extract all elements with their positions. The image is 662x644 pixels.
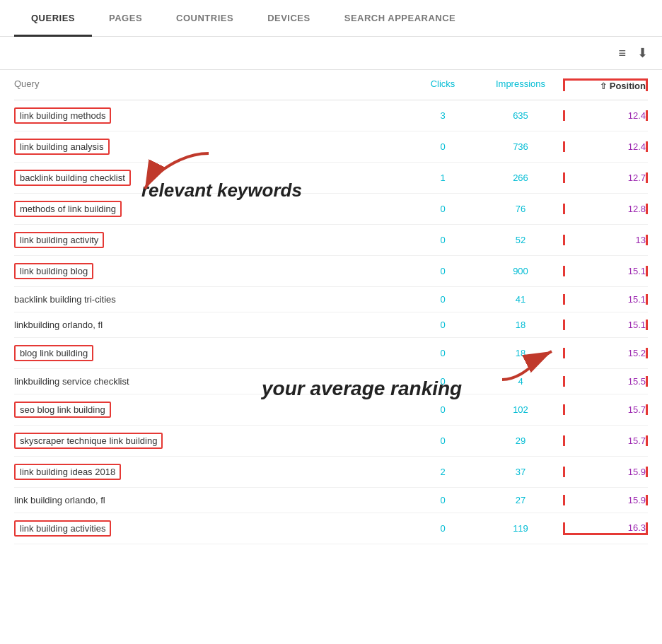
- col-position: 12.4: [563, 141, 648, 152]
- query-boxed: link building activity: [14, 232, 104, 248]
- col-impressions: 18: [478, 320, 563, 330]
- query-boxed: backlink building checklist: [14, 170, 131, 186]
- table-row: skyscraper technique link building 0 29 …: [14, 426, 648, 457]
- col-query: link building orlando, fl: [14, 495, 407, 505]
- col-impressions: 29: [478, 435, 563, 446]
- table-row: backlink building tri-cities 0 41 15.1: [14, 287, 648, 312]
- col-position: 16.3: [563, 522, 648, 535]
- query-boxed: methods of link building: [14, 201, 122, 217]
- table-row: seo blog link building 0 102 15.7: [14, 394, 648, 426]
- header-query: Query: [14, 78, 407, 91]
- query-boxed: link building methods: [14, 107, 111, 124]
- col-clicks: 0: [407, 294, 478, 305]
- col-impressions: 119: [478, 523, 563, 534]
- table-row: link building methods 3 635 12.4: [14, 100, 648, 131]
- table-row: link building orlando, fl 0 27 15.9: [14, 488, 648, 513]
- col-query: linkbuilding orlando, fl: [14, 320, 407, 330]
- tab-countries[interactable]: COUNTRIES: [159, 0, 250, 36]
- col-query: seo blog link building: [14, 402, 407, 418]
- col-impressions: 4: [478, 376, 563, 387]
- tabs-bar: QUERIESPAGESCOUNTRIESDEVICESSEARCH APPEA…: [0, 0, 662, 37]
- col-query: backlink building tri-cities: [14, 294, 407, 305]
- table-body: link building methods 3 635 12.4 link bu…: [14, 100, 648, 544]
- download-icon[interactable]: ⬇: [637, 45, 648, 61]
- col-impressions: 635: [478, 110, 563, 121]
- col-impressions: 266: [478, 172, 563, 183]
- col-query: link building methods: [14, 107, 407, 124]
- col-position: 15.7: [563, 404, 648, 415]
- col-impressions: 102: [478, 404, 563, 415]
- query-boxed: link building blog: [14, 263, 93, 279]
- col-position: 12.7: [563, 172, 648, 183]
- query-boxed: link building activities: [14, 520, 111, 537]
- col-query: linkbuilding service checklist: [14, 376, 407, 387]
- table-row: link building analysis 0 736 12.4: [14, 131, 648, 163]
- col-impressions: 18: [478, 348, 563, 358]
- col-impressions: 736: [478, 141, 563, 152]
- filter-icon[interactable]: ≡: [618, 46, 626, 61]
- col-position: 15.1: [563, 266, 648, 276]
- query-boxed: skyscraper technique link building: [14, 433, 163, 449]
- table-row: backlink building checklist 1 266 12.7: [14, 163, 648, 194]
- query-text: linkbuilding service checklist: [14, 376, 129, 387]
- col-clicks: 0: [407, 495, 478, 505]
- query-boxed: link building analysis: [14, 139, 110, 155]
- col-impressions: 27: [478, 495, 563, 505]
- query-text: linkbuilding orlando, fl: [14, 320, 103, 330]
- tab-queries[interactable]: QUERIES: [14, 0, 92, 36]
- tab-pages[interactable]: PAGES: [92, 0, 159, 36]
- table-row: blog link building 0 18 15.2: [14, 338, 648, 369]
- col-clicks: 0: [407, 435, 478, 446]
- col-position: 12.4: [563, 110, 648, 121]
- col-clicks: 0: [407, 266, 478, 276]
- col-position: 15.2: [563, 348, 648, 358]
- col-impressions: 37: [478, 467, 563, 477]
- tab-devices[interactable]: DEVICES: [250, 0, 327, 36]
- header-clicks: Clicks: [407, 78, 478, 91]
- col-clicks: 0: [407, 235, 478, 245]
- header-position: ⇧ Position: [563, 78, 648, 91]
- col-position: 15.5: [563, 376, 648, 387]
- col-clicks: 0: [407, 204, 478, 214]
- col-impressions: 52: [478, 235, 563, 245]
- col-impressions: 41: [478, 294, 563, 305]
- header-impressions: Impressions: [478, 78, 563, 91]
- col-query: link building ideas 2018: [14, 464, 407, 480]
- col-impressions: 900: [478, 266, 563, 276]
- col-position: 15.7: [563, 435, 648, 446]
- table-row: linkbuilding service checklist 0 4 15.5: [14, 369, 648, 394]
- col-clicks: 1: [407, 172, 478, 183]
- col-impressions: 76: [478, 204, 563, 214]
- col-clicks: 0: [407, 348, 478, 358]
- toolbar: ≡ ⬇: [0, 37, 662, 70]
- col-position: 13: [563, 235, 648, 245]
- col-query: skyscraper technique link building: [14, 433, 407, 449]
- col-clicks: 0: [407, 320, 478, 330]
- query-text: backlink building tri-cities: [14, 294, 116, 305]
- query-boxed: seo blog link building: [14, 402, 111, 418]
- col-query: link building activities: [14, 520, 407, 537]
- query-text: link building orlando, fl: [14, 495, 105, 505]
- col-position: 15.9: [563, 495, 648, 505]
- col-position: 15.1: [563, 320, 648, 330]
- table-row: link building activity 0 52 13: [14, 225, 648, 256]
- sort-arrow-icon: ⇧: [600, 81, 607, 91]
- col-clicks: 2: [407, 467, 478, 477]
- col-query: methods of link building: [14, 201, 407, 217]
- col-query: link building blog: [14, 263, 407, 279]
- tab-search-appearance[interactable]: SEARCH APPEARANCE: [327, 0, 473, 36]
- col-position: 15.1: [563, 294, 648, 305]
- col-query: blog link building: [14, 345, 407, 361]
- col-position: 15.9: [563, 467, 648, 477]
- col-clicks: 0: [407, 376, 478, 387]
- col-clicks: 0: [407, 141, 478, 152]
- table-row: link building blog 0 900 15.1: [14, 256, 648, 287]
- col-query: link building analysis: [14, 139, 407, 155]
- table-row: link building ideas 2018 2 37 15.9: [14, 457, 648, 488]
- col-query: backlink building checklist: [14, 170, 407, 186]
- table-row: link building activities 0 119 16.3: [14, 513, 648, 544]
- table-row: methods of link building 0 76 12.8: [14, 194, 648, 225]
- table-header: Query Clicks Impressions ⇧ Position: [14, 70, 648, 100]
- table-row: linkbuilding orlando, fl 0 18 15.1: [14, 312, 648, 338]
- col-clicks: 0: [407, 404, 478, 415]
